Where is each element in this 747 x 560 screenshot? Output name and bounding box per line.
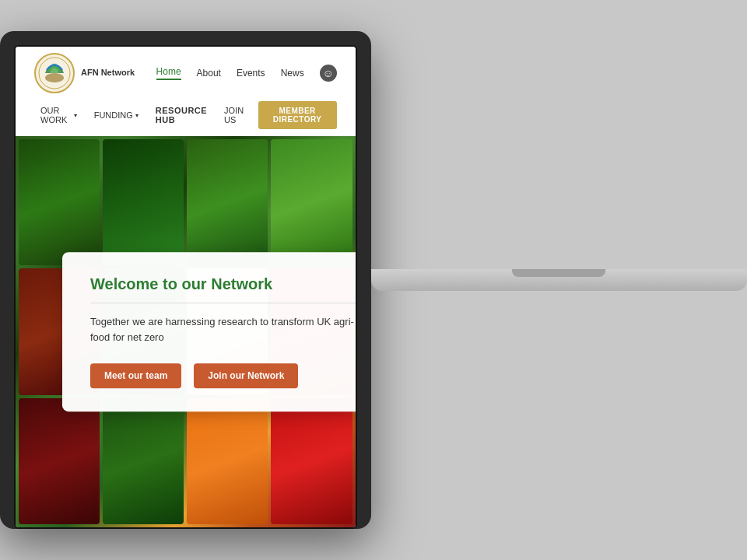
hero-card: Welcome to our Network Together we are h… bbox=[62, 252, 356, 412]
hero-subtitle: Together we are harnessing research to t… bbox=[90, 314, 356, 347]
nav-events[interactable]: Events bbox=[237, 68, 265, 79]
user-account-icon[interactable]: ☺ bbox=[320, 65, 337, 82]
laptop-shell: AFN Network Home About Events News ☺ OUR… bbox=[0, 31, 371, 529]
veg-cell-1 bbox=[19, 139, 100, 265]
member-directory-button[interactable]: MEMBER DIRECTORY bbox=[258, 101, 337, 129]
hero-buttons: Meet our team Join our Network bbox=[90, 363, 356, 388]
nav-about[interactable]: About bbox=[197, 68, 221, 79]
veg-cell-10 bbox=[103, 398, 184, 524]
logo-area: AFN Network bbox=[34, 53, 135, 93]
laptop-screen: AFN Network Home About Events News ☺ OUR… bbox=[14, 45, 357, 529]
logo-text: AFN Network bbox=[81, 68, 135, 78]
veg-cell-12 bbox=[271, 398, 352, 524]
our-work-arrow-icon: ▾ bbox=[74, 112, 77, 119]
nav-resource-hub[interactable]: RESOURCE HUB bbox=[149, 103, 213, 128]
hero-title: Welcome to our Network bbox=[90, 275, 356, 293]
veg-cell-11 bbox=[187, 398, 268, 524]
hero-section: Welcome to our Network Together we are h… bbox=[16, 136, 356, 527]
nav-join-us[interactable]: JOIN US bbox=[218, 103, 253, 128]
hero-divider bbox=[90, 303, 356, 303]
website: AFN Network Home About Events News ☺ OUR… bbox=[16, 47, 356, 527]
join-network-button[interactable]: Join our Network bbox=[194, 363, 298, 388]
header-top: AFN Network Home About Events News ☺ bbox=[34, 47, 337, 96]
header-bottom: OUR WORK ▾ FUNDING ▾ RESOURCE HUB JOIN U… bbox=[34, 96, 337, 135]
nav-top: Home About Events News ☺ bbox=[156, 65, 337, 82]
laptop-base bbox=[371, 269, 747, 291]
veg-cell-2 bbox=[103, 139, 184, 265]
veg-cell-3 bbox=[187, 139, 268, 265]
nav-news[interactable]: News bbox=[281, 68, 304, 79]
nav-home[interactable]: Home bbox=[156, 66, 181, 80]
svg-point-1 bbox=[45, 73, 64, 82]
meet-team-button[interactable]: Meet our team bbox=[90, 363, 181, 388]
nav-our-work[interactable]: OUR WORK ▾ bbox=[34, 103, 83, 128]
veg-cell-9 bbox=[19, 398, 100, 524]
header: AFN Network Home About Events News ☺ OUR… bbox=[16, 47, 356, 136]
logo-icon bbox=[34, 53, 75, 93]
funding-arrow-icon: ▾ bbox=[135, 112, 139, 119]
veg-cell-4 bbox=[271, 139, 352, 265]
nav-funding[interactable]: FUNDING ▾ bbox=[88, 107, 145, 123]
